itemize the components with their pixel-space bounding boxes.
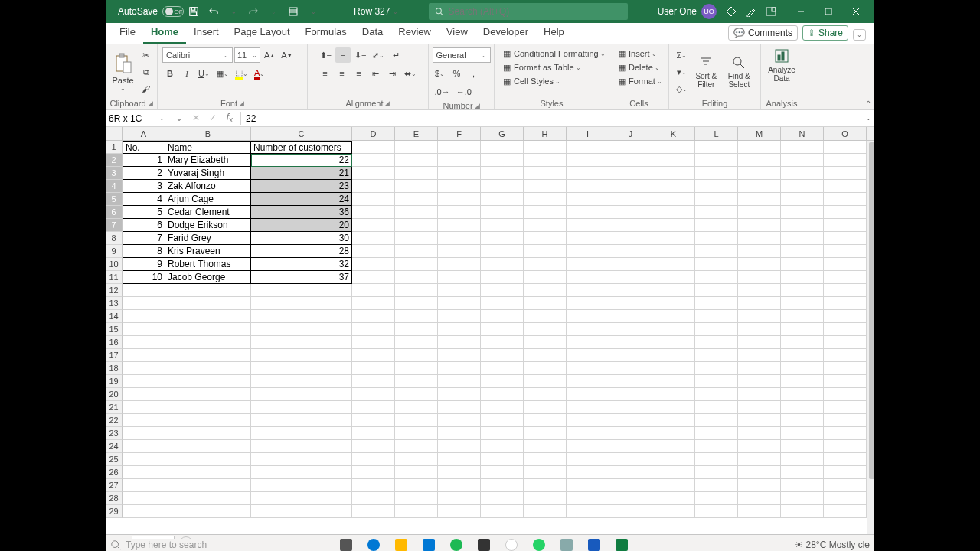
comments-button[interactable]: 💬Comments bbox=[728, 25, 798, 41]
whatsapp-icon[interactable] bbox=[533, 539, 545, 551]
align-middle-icon[interactable]: ≡ bbox=[335, 47, 351, 63]
cell[interactable] bbox=[824, 362, 867, 375]
cell[interactable] bbox=[122, 349, 165, 362]
search-box[interactable] bbox=[429, 3, 628, 20]
col-header-A[interactable]: A bbox=[122, 127, 165, 140]
cell[interactable]: 6 bbox=[122, 219, 165, 232]
cell[interactable] bbox=[251, 297, 352, 310]
formula-input[interactable]: 22 bbox=[241, 113, 863, 124]
pen-icon[interactable] bbox=[741, 2, 761, 21]
cell[interactable] bbox=[395, 219, 438, 232]
cell[interactable] bbox=[481, 388, 524, 401]
tab-data[interactable]: Data bbox=[354, 23, 390, 44]
cell[interactable] bbox=[438, 414, 481, 427]
tab-formulas[interactable]: Formulas bbox=[298, 23, 354, 44]
cell[interactable] bbox=[695, 414, 738, 427]
cell[interactable] bbox=[652, 167, 695, 180]
find-select[interactable]: Find & Select bbox=[723, 55, 756, 89]
cell[interactable] bbox=[738, 284, 781, 297]
cell[interactable]: 10 bbox=[122, 271, 165, 284]
cell[interactable] bbox=[567, 453, 609, 466]
clear-icon[interactable]: ◇⌄ bbox=[674, 81, 690, 96]
cell[interactable] bbox=[567, 141, 609, 154]
row-header[interactable]: 21 bbox=[106, 401, 122, 414]
fx-down-icon[interactable]: ⌄ bbox=[172, 112, 187, 123]
cell[interactable] bbox=[567, 427, 609, 440]
cell[interactable]: 7 bbox=[122, 232, 165, 245]
cell[interactable] bbox=[695, 297, 738, 310]
cell[interactable] bbox=[395, 427, 438, 440]
cell[interactable] bbox=[609, 492, 652, 505]
cell[interactable] bbox=[251, 388, 352, 401]
cell[interactable] bbox=[438, 310, 481, 323]
cell[interactable] bbox=[824, 440, 867, 453]
cell[interactable] bbox=[352, 167, 395, 180]
cell[interactable]: 4 bbox=[122, 193, 165, 206]
cell[interactable] bbox=[695, 453, 738, 466]
cell[interactable] bbox=[567, 505, 609, 518]
cell[interactable] bbox=[481, 232, 524, 245]
cell[interactable] bbox=[695, 323, 738, 336]
cell[interactable]: Number of customers bbox=[251, 141, 352, 154]
cell[interactable] bbox=[122, 505, 165, 518]
cell[interactable] bbox=[524, 362, 567, 375]
tab-home[interactable]: Home bbox=[143, 23, 186, 44]
col-header-K[interactable]: K bbox=[652, 127, 695, 140]
cell[interactable] bbox=[165, 466, 251, 479]
cell[interactable] bbox=[652, 232, 695, 245]
cell[interactable] bbox=[395, 479, 438, 492]
cell[interactable] bbox=[652, 206, 695, 219]
toggle-switch[interactable]: Off bbox=[162, 6, 184, 17]
cell[interactable] bbox=[438, 453, 481, 466]
col-header-M[interactable]: M bbox=[738, 127, 781, 140]
row-header[interactable]: 11 bbox=[106, 271, 122, 284]
cell[interactable] bbox=[481, 167, 524, 180]
cell[interactable] bbox=[781, 453, 824, 466]
cell[interactable] bbox=[824, 505, 867, 518]
redo-icon[interactable] bbox=[243, 2, 263, 21]
cell[interactable] bbox=[695, 271, 738, 284]
enter-icon[interactable]: ✓ bbox=[205, 112, 220, 123]
cell[interactable] bbox=[481, 466, 524, 479]
cell[interactable] bbox=[738, 310, 781, 323]
tab-page-layout[interactable]: Page Layout bbox=[227, 23, 298, 44]
cell[interactable] bbox=[438, 141, 481, 154]
cell[interactable] bbox=[524, 284, 567, 297]
sort-filter[interactable]: Sort & Filter bbox=[691, 55, 721, 89]
cell[interactable] bbox=[567, 479, 609, 492]
cell[interactable] bbox=[251, 414, 352, 427]
cell[interactable] bbox=[824, 375, 867, 388]
cell[interactable] bbox=[609, 349, 652, 362]
cell[interactable] bbox=[165, 414, 251, 427]
select-all-corner[interactable] bbox=[106, 127, 122, 140]
cell[interactable] bbox=[438, 375, 481, 388]
cell[interactable] bbox=[438, 479, 481, 492]
cell[interactable] bbox=[352, 362, 395, 375]
cell[interactable] bbox=[524, 388, 567, 401]
cell[interactable] bbox=[122, 323, 165, 336]
cell[interactable] bbox=[524, 141, 567, 154]
cell[interactable] bbox=[781, 388, 824, 401]
cell[interactable] bbox=[481, 141, 524, 154]
cell[interactable] bbox=[652, 336, 695, 349]
cell[interactable]: 3 bbox=[122, 180, 165, 193]
cell[interactable] bbox=[652, 427, 695, 440]
cell[interactable]: 20 bbox=[251, 219, 352, 232]
cell[interactable]: Arjun Cage bbox=[165, 193, 251, 206]
cell[interactable] bbox=[738, 466, 781, 479]
row-header[interactable]: 6 bbox=[106, 206, 122, 219]
cell[interactable] bbox=[524, 479, 567, 492]
cell[interactable] bbox=[481, 284, 524, 297]
fx-icon[interactable]: fx bbox=[222, 112, 237, 124]
cell[interactable] bbox=[352, 466, 395, 479]
cell[interactable] bbox=[524, 232, 567, 245]
cell[interactable] bbox=[609, 180, 652, 193]
cell[interactable] bbox=[567, 349, 609, 362]
cell[interactable] bbox=[567, 414, 609, 427]
cell[interactable] bbox=[567, 245, 609, 258]
cell[interactable] bbox=[524, 180, 567, 193]
cell[interactable] bbox=[781, 336, 824, 349]
cell[interactable] bbox=[609, 271, 652, 284]
row-header[interactable]: 13 bbox=[106, 297, 122, 310]
cell[interactable] bbox=[481, 492, 524, 505]
